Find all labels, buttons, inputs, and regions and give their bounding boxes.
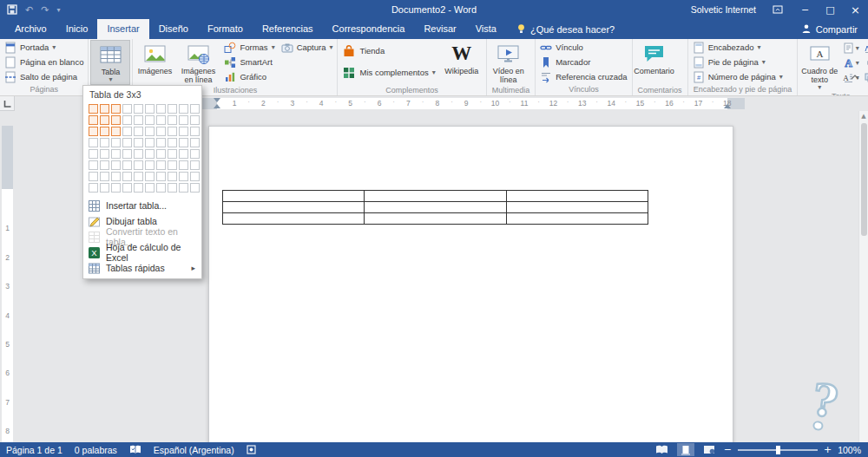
size-grid-cell-7-6[interactable]	[145, 172, 155, 181]
size-grid-cell-1-4[interactable]	[122, 104, 132, 114]
size-grid-cell-1-8[interactable]	[168, 104, 177, 114]
size-grid-cell-4-7[interactable]	[156, 138, 166, 147]
size-grid-cell-8-8[interactable]	[168, 183, 177, 193]
size-grid-cell-6-4[interactable]	[122, 160, 132, 170]
document-page[interactable]	[208, 126, 733, 442]
tab-insertar[interactable]: Insertar	[97, 19, 148, 39]
proofing-status[interactable]	[129, 445, 141, 454]
account-name[interactable]: Solvetic Internet	[691, 4, 756, 15]
size-grid-cell-5-8[interactable]	[168, 149, 177, 159]
tab-formato[interactable]: Formato	[198, 19, 253, 39]
size-grid-cell-3-3[interactable]	[111, 127, 121, 136]
tab-revisar[interactable]: Revisar	[414, 19, 465, 39]
online-video-button[interactable]: Vídeo en línea	[489, 40, 529, 85]
size-grid-cell-2-10[interactable]	[190, 115, 200, 125]
first-line-indent-marker[interactable]	[214, 98, 220, 102]
size-grid-cell-7-7[interactable]	[156, 172, 166, 181]
size-grid-cell-2-3[interactable]	[111, 115, 121, 125]
size-grid-cell-5-3[interactable]	[111, 149, 121, 159]
size-grid-cell-8-9[interactable]	[179, 183, 188, 193]
size-grid-cell-3-5[interactable]	[134, 127, 143, 136]
tab-correspondencia[interactable]: Correspondencia	[323, 19, 415, 39]
size-grid-cell-3-1[interactable]	[89, 127, 98, 136]
table-cell[interactable]	[365, 213, 506, 225]
tab-inicio[interactable]: Inicio	[56, 19, 98, 39]
size-grid-cell-8-7[interactable]	[156, 183, 166, 193]
shapes-button[interactable]: Formas▾	[221, 40, 277, 55]
blank-page-button[interactable]: Página en blanco	[2, 55, 86, 69]
size-grid-cell-8-2[interactable]	[100, 183, 109, 193]
table-cell[interactable]	[365, 202, 506, 213]
size-grid-cell-7-8[interactable]	[168, 172, 177, 181]
size-grid-cell-5-10[interactable]	[190, 149, 200, 159]
size-grid-cell-5-6[interactable]	[145, 149, 155, 159]
size-grid-cell-5-4[interactable]	[122, 149, 132, 159]
size-grid-cell-2-6[interactable]	[145, 115, 155, 125]
size-grid-cell-4-9[interactable]	[179, 138, 188, 147]
page-break-button[interactable]: Salto de página	[2, 69, 86, 84]
tab-vista[interactable]: Vista	[466, 19, 506, 39]
size-grid-cell-8-10[interactable]	[190, 183, 200, 193]
zoom-slider-thumb[interactable]	[776, 446, 780, 454]
size-grid-cell-4-6[interactable]	[145, 138, 155, 147]
size-grid-cell-6-7[interactable]	[156, 160, 166, 170]
left-indent-marker[interactable]	[214, 104, 220, 108]
vertical-ruler[interactable]: 12345678	[0, 111, 15, 442]
redo-icon[interactable]: ↷	[41, 2, 49, 17]
size-grid-cell-3-7[interactable]	[156, 127, 166, 136]
size-grid-cell-8-3[interactable]	[111, 183, 121, 193]
size-grid-cell-4-1[interactable]	[89, 138, 98, 147]
size-grid-cell-2-4[interactable]	[122, 115, 132, 125]
size-grid-cell-6-9[interactable]	[179, 160, 188, 170]
maximize-button[interactable]: □	[818, 0, 843, 19]
online-pictures-button[interactable]: Imágenes en línea	[175, 40, 220, 85]
footer-button[interactable]: Pie de página▾	[690, 55, 786, 69]
excel-spreadsheet-item[interactable]: XHoja de cálculo de Excel	[83, 245, 201, 260]
size-grid-cell-5-9[interactable]	[179, 149, 188, 159]
zoom-level[interactable]: 100%	[838, 445, 861, 455]
table-cell[interactable]	[506, 191, 648, 202]
size-grid-cell-3-10[interactable]	[190, 127, 200, 136]
page-number-button[interactable]: # Número de página▾	[690, 69, 786, 84]
size-grid-cell-1-7[interactable]	[156, 104, 166, 114]
size-grid-cell-8-5[interactable]	[134, 183, 143, 193]
size-grid-cell-7-2[interactable]	[100, 172, 109, 181]
size-grid-cell-3-8[interactable]	[168, 127, 177, 136]
tell-me-box[interactable]: ¿Qué desea hacer?	[506, 19, 625, 39]
link-button[interactable]: Vínculo	[537, 40, 629, 55]
size-grid-cell-1-3[interactable]	[111, 104, 121, 114]
wikipedia-button[interactable]: W Wikipedia	[439, 40, 484, 85]
size-grid-cell-2-2[interactable]	[100, 115, 109, 125]
size-grid-cell-7-9[interactable]	[179, 172, 188, 181]
size-grid-cell-7-5[interactable]	[134, 172, 143, 181]
size-grid-cell-1-9[interactable]	[179, 104, 188, 114]
undo-icon[interactable]: ↶	[25, 2, 33, 17]
scroll-up-icon[interactable]: ▲	[859, 111, 868, 120]
size-grid-cell-4-4[interactable]	[122, 138, 132, 147]
table-cell[interactable]	[506, 213, 648, 225]
size-grid-cell-7-4[interactable]	[122, 172, 132, 181]
size-grid-cell-4-10[interactable]	[190, 138, 200, 147]
size-grid-cell-5-2[interactable]	[100, 149, 109, 159]
size-grid-cell-6-3[interactable]	[111, 160, 121, 170]
table-button[interactable]: Tabla ▾	[90, 40, 130, 85]
collapse-ribbon-button[interactable]	[849, 73, 861, 82]
size-grid-cell-3-9[interactable]	[179, 127, 188, 136]
signature-line-button[interactable]: ▾	[861, 41, 868, 55]
read-mode-button[interactable]	[654, 443, 671, 456]
size-grid-cell-6-10[interactable]	[190, 160, 200, 170]
share-button[interactable]: Compartir	[791, 19, 868, 39]
insert-table-item[interactable]: Insertar tabla...	[83, 198, 201, 213]
save-icon[interactable]	[7, 2, 17, 17]
size-grid-cell-4-5[interactable]	[134, 138, 143, 147]
size-grid-cell-4-8[interactable]	[168, 138, 177, 147]
size-grid-cell-7-3[interactable]	[111, 172, 121, 181]
macro-record-icon[interactable]	[247, 445, 256, 454]
size-grid-cell-6-1[interactable]	[89, 160, 98, 170]
zoom-out-button[interactable]: −	[724, 444, 732, 455]
table-cell[interactable]	[223, 191, 365, 202]
right-indent-marker[interactable]	[724, 104, 731, 108]
store-button[interactable]: Tienda	[339, 40, 437, 62]
size-grid-cell-6-6[interactable]	[145, 160, 155, 170]
date-time-button[interactable]	[861, 55, 868, 70]
